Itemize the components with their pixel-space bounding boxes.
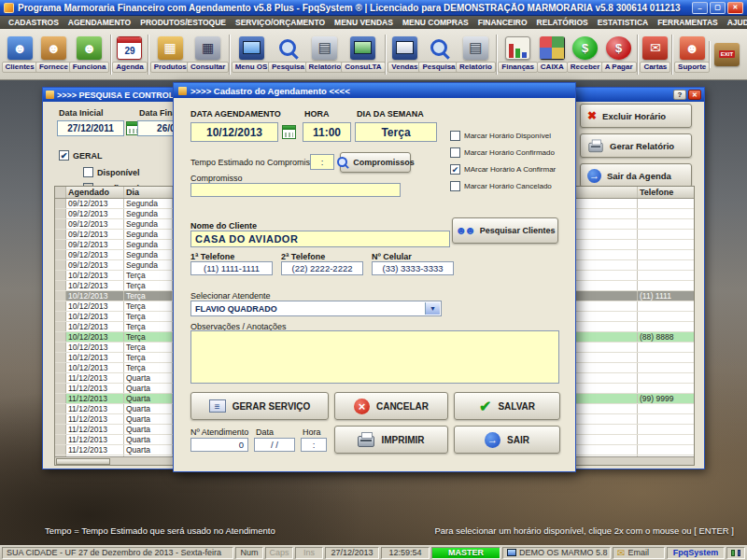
sair-da-agenda-button[interactable]: Sair da Agenda	[580, 163, 692, 188]
disponivel-checkbox[interactable]: Disponível	[83, 167, 140, 177]
atendimento-field[interactable]: 0	[190, 438, 248, 452]
dia-da-semana-field[interactable]: Terça	[355, 122, 437, 142]
monitor-icon	[507, 549, 516, 556]
delete-icon	[587, 109, 597, 122]
menu-item[interactable]: MENU VENDAS	[330, 18, 398, 27]
excluir-horario-button[interactable]: Excluir Horário	[580, 104, 692, 128]
cell-agendado: 11/12/2013	[66, 435, 124, 444]
toolbar-item[interactable]: Suporte	[671, 35, 709, 75]
hora-field[interactable]: :	[301, 438, 327, 452]
toolbar-item[interactable]: Consultar	[189, 35, 227, 75]
sair-button[interactable]: SAIR	[454, 426, 560, 454]
toolbar-item[interactable]: ConsuLTA	[343, 35, 383, 75]
compromissos-button[interactable]: Compromissos	[340, 152, 411, 173]
cell-telefone	[638, 373, 694, 383]
menu-item[interactable]: ESTATISTICA	[593, 18, 653, 27]
toolbar-item[interactable]: Agenda	[110, 35, 147, 75]
atendimento-label: Nº Atendimento	[190, 427, 248, 437]
start-date-field[interactable]: 27/12/2011	[57, 120, 124, 136]
toolbar-item[interactable]	[709, 41, 740, 68]
cell-telefone	[638, 312, 694, 321]
celular-field[interactable]: (33) 3333-3333	[372, 261, 454, 275]
toolbar-item[interactable]: Pesquisa	[420, 35, 458, 75]
toolbar-item[interactable]: Finanças	[496, 35, 536, 75]
toolbar-item[interactable]: Receber	[568, 35, 602, 75]
menu-item[interactable]: FERRAMENTAS	[653, 18, 723, 27]
column-dia[interactable]: Dia	[124, 187, 173, 198]
menu-item[interactable]: AGENDAMENTO	[63, 18, 135, 27]
toolbar-item[interactable]: Produtos	[148, 35, 189, 75]
pesquisar-clientes-button[interactable]: Pesquisar Clientes	[452, 217, 558, 244]
telefone1-field[interactable]: (11) 1111-1111	[190, 261, 273, 275]
gerar-relatorio-button[interactable]: Gerar Relatório	[580, 133, 692, 158]
marcar-horario-checkbox[interactable]: MArcar Horário A Confirmar	[450, 164, 556, 175]
cell-dia: Quarta	[124, 404, 173, 413]
cell-agendado: 11/12/2013	[66, 373, 124, 383]
toolbar-item[interactable]: A Pagar	[602, 35, 635, 75]
geral-checkbox[interactable]: GERAL	[59, 150, 103, 161]
toolbar-item[interactable]: Relatório	[306, 35, 343, 75]
data-agendamento-label: DATA AGENDAMENTO	[190, 109, 281, 119]
toolbar-item[interactable]: Vendas	[385, 35, 420, 75]
atendente-select[interactable]: FLAVIO QUADRADO	[190, 301, 442, 316]
column-telefone[interactable]: Telefone	[638, 187, 694, 198]
chevron-down-icon[interactable]	[425, 302, 440, 315]
status-email[interactable]: Email	[613, 547, 665, 559]
checkbox-label: MArcar Horário A Confirmar	[464, 165, 556, 174]
gerar-servico-button[interactable]: GERAR SERVIÇO	[190, 392, 329, 420]
imprimir-button[interactable]: IMPRIMIR	[334, 426, 448, 454]
toolbar-item[interactable]: Funciona	[71, 35, 108, 75]
cell-agendado: 09/12/2013	[66, 219, 124, 229]
dialog-titlebar[interactable]: >>>> Cadastro do Agendamento <<<<	[174, 83, 575, 98]
menu-item[interactable]: FINANCEIRO	[473, 18, 532, 27]
selected-option: FLAVIO QUADRADO	[195, 304, 277, 314]
cancelar-button[interactable]: CANCELAR	[334, 392, 448, 420]
calendar-icon[interactable]	[282, 125, 296, 139]
cell-agendado: 09/12/2013	[66, 240, 124, 249]
menu-item[interactable]: SERVIÇO/ORÇAMENTO	[231, 18, 330, 27]
data-agendamento-field[interactable]: 10/12/2013	[190, 122, 278, 142]
tempo-estimado-field[interactable]: :	[310, 154, 334, 170]
observacoes-textarea[interactable]	[190, 330, 559, 384]
checkbox-label: Marcar Horário Disponível	[464, 132, 551, 140]
toolbar-item[interactable]: Menu OS	[229, 35, 269, 75]
close-icon[interactable]	[727, 2, 743, 14]
toolbar-item[interactable]: CAIXA	[536, 35, 568, 75]
data-field[interactable]: / /	[254, 438, 295, 452]
close-icon[interactable]	[688, 90, 701, 100]
toolbar-item[interactable]: Relatório	[458, 35, 494, 75]
toolbar-item[interactable]: Clientes	[3, 35, 36, 75]
toolbar-item-label: Pesquisa	[418, 62, 458, 73]
menubar: CADASTROS AGENDAMENTO PRODUTOS/ESTOQUE S…	[0, 16, 747, 29]
toolbar-item[interactable]: Fornece	[36, 35, 70, 75]
nome-cliente-field[interactable]: CASA DO AVIADOR	[190, 231, 450, 247]
maximize-icon[interactable]	[710, 2, 726, 14]
menu-item[interactable]: CADASTROS	[4, 18, 63, 27]
cell-agendado: 11/12/2013	[66, 414, 124, 424]
row-selector	[55, 363, 66, 372]
help-icon[interactable]	[673, 90, 686, 100]
marcar-horario-checkbox[interactable]: Marcar Horário Disponível	[450, 131, 551, 141]
menu-item[interactable]: AJUDA	[723, 18, 747, 27]
marcar-horario-checkbox[interactable]: Marcar Horário Cancelado	[450, 181, 552, 191]
toolbar-item[interactable]: Pesquisa	[270, 35, 307, 75]
cashbox-icon	[540, 36, 565, 60]
master-badge: MASTER	[431, 547, 500, 559]
row-selector	[55, 445, 66, 455]
checkbox-icon	[59, 150, 69, 161]
minimize-icon[interactable]	[692, 2, 708, 14]
marcar-horario-checkbox[interactable]: Marcar Horário Confirmado	[450, 147, 555, 158]
compromisso-field[interactable]	[190, 183, 401, 197]
salvar-button[interactable]: SALVAR	[454, 392, 560, 420]
column-agendado[interactable]: Agendado	[66, 187, 124, 198]
menu-item[interactable]: MENU COMPRAS	[398, 18, 473, 27]
menu-item[interactable]: RELATÓRIOS	[532, 18, 593, 27]
menu-item-label: SERVIÇO/ORÇAMENTO	[235, 18, 325, 27]
toolbar-item[interactable]: Cartas	[637, 35, 669, 75]
checkbox-icon	[450, 131, 460, 141]
mail-icon	[617, 548, 625, 558]
telefone2-field[interactable]: (22) 2222-2222	[281, 261, 363, 275]
scrollbar-thumb[interactable]	[56, 458, 110, 465]
hora-field[interactable]: 11:00	[303, 122, 351, 142]
menu-item[interactable]: PRODUTOS/ESTOQUE	[135, 18, 231, 27]
